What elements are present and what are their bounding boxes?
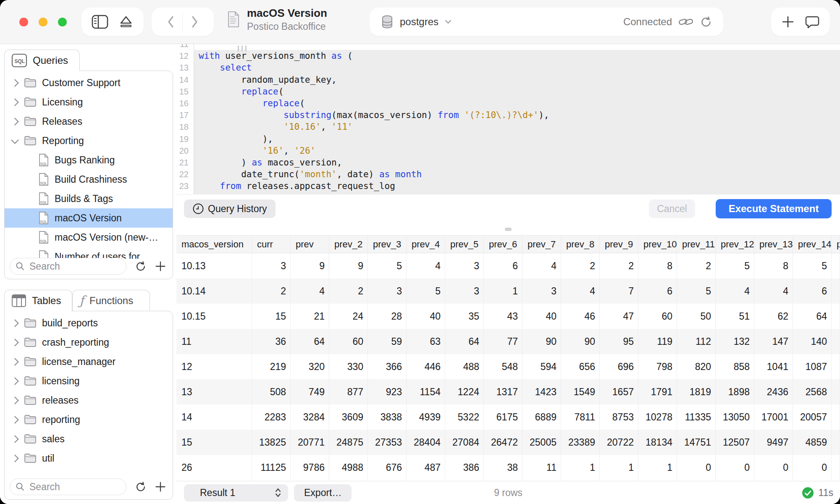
cell-prev-8[interactable]: 7811 — [561, 404, 600, 430]
cell-prev-5[interactable]: 5322 — [445, 404, 484, 430]
query-item-bugs-ranking[interactable]: SQLBugs Ranking — [5, 150, 173, 170]
cell-prev-14[interactable]: 140 — [793, 329, 832, 354]
cell-prev-4[interactable]: 446 — [407, 354, 445, 379]
cell-prev-5[interactable]: 1224 — [445, 379, 484, 404]
cell-prev-13[interactable]: 147 — [754, 329, 793, 354]
cell-clipped[interactable] — [832, 304, 840, 329]
table-row-13[interactable]: 1350874987792311541224131714231549165717… — [176, 379, 840, 404]
cell-prev[interactable]: 9 — [291, 253, 329, 278]
cell-prev-11[interactable]: 50 — [677, 304, 716, 329]
cell-prev-9[interactable]: 1657 — [600, 379, 638, 404]
cell-prev-4[interactable]: 1154 — [407, 379, 445, 404]
cell-macos-version[interactable]: 10.14 — [176, 278, 252, 304]
cell-prev-11[interactable]: 5 — [677, 278, 716, 304]
execute-statement-button[interactable]: Execute Statement — [716, 199, 832, 218]
cell-prev-10[interactable]: 1791 — [638, 379, 677, 404]
column-header-prev-5[interactable]: prev_5 — [445, 236, 484, 253]
editor-line-12[interactable]: 12with user_versions_month as ( — [176, 50, 840, 62]
cell-prev-3[interactable]: 923 — [368, 379, 407, 404]
editor-line-20[interactable]: 20 '16', '26' — [176, 145, 840, 157]
new-item-icon[interactable] — [782, 16, 794, 28]
pane-grip[interactable] — [238, 45, 247, 52]
chevron-right-icon[interactable] — [11, 396, 18, 404]
cell-prev-12[interactable]: 12507 — [716, 430, 754, 455]
cell-curr[interactable]: 11125 — [252, 455, 291, 480]
cell-prev-8[interactable]: 46 — [561, 304, 600, 329]
cell-prev-5[interactable]: 488 — [445, 354, 484, 379]
column-header-macos-version[interactable]: macos_version — [176, 236, 252, 253]
query-item-build-crashiness[interactable]: SQLBuild Crashiness — [5, 170, 173, 189]
cell-curr[interactable]: 508 — [252, 379, 291, 404]
cell-prev-5[interactable]: 3 — [445, 278, 484, 304]
cell-prev-14[interactable]: 5 — [793, 253, 832, 278]
feedback-bubble-icon[interactable] — [805, 15, 819, 29]
cell-prev[interactable]: 9786 — [291, 455, 329, 480]
sql-editor[interactable]: 1112with user_versions_month as (13 sele… — [176, 44, 840, 194]
cell-clipped[interactable] — [832, 253, 840, 278]
cell-prev-8[interactable]: 90 — [561, 329, 600, 354]
cell-prev-2[interactable]: 24 — [329, 304, 368, 329]
cell-macos-version[interactable]: 12 — [176, 354, 252, 379]
cell-prev-14[interactable]: 20057 — [793, 404, 832, 430]
cell-prev-8[interactable]: 23389 — [561, 430, 600, 455]
tab-queries[interactable]: SQL Queries — [4, 50, 80, 71]
cell-macos-version[interactable]: 11 — [176, 329, 252, 354]
toggle-sidebar-icon[interactable] — [91, 14, 109, 29]
cell-clipped[interactable] — [832, 278, 840, 304]
cell-prev-6[interactable]: 6175 — [484, 404, 522, 430]
cell-prev-13[interactable]: 9497 — [754, 430, 793, 455]
schema-item-releases[interactable]: releases — [5, 391, 173, 410]
cell-prev-10[interactable]: 8 — [638, 253, 677, 278]
cell-prev-7[interactable]: 3 — [522, 278, 561, 304]
chevron-right-icon[interactable] — [11, 358, 18, 365]
cell-prev-11[interactable]: 1819 — [677, 379, 716, 404]
cell-prev-2[interactable]: 3609 — [329, 404, 368, 430]
chevron-right-icon[interactable] — [11, 416, 18, 423]
minimize-window-button[interactable] — [39, 18, 47, 26]
cell-prev-6[interactable]: 1317 — [484, 379, 522, 404]
table-row-11[interactable]: 1136646059636477909095119112132147140 — [176, 329, 840, 354]
chevron-down-icon[interactable] — [11, 136, 18, 144]
table-row-10-15[interactable]: 10.15152124284035434046476050516264 — [176, 304, 840, 329]
export-button[interactable]: Export… — [294, 484, 352, 501]
cell-macos-version[interactable]: 14 — [176, 404, 252, 430]
cell-prev-3[interactable]: 3 — [368, 278, 407, 304]
editor-line-21[interactable]: 21 ) as macos_version, — [176, 157, 840, 168]
query-item-macos-version-new[interactable]: SQLmacOS Version (new-… — [5, 228, 173, 247]
cell-clipped[interactable] — [832, 455, 840, 480]
refresh-icon[interactable] — [135, 481, 147, 493]
schema-item-build-reports[interactable]: build_reports — [5, 313, 173, 333]
cell-prev-9[interactable]: 47 — [600, 304, 638, 329]
editor-line-23[interactable]: 23 from releases.appcast_request_log — [176, 180, 840, 192]
cell-prev-12[interactable]: 132 — [716, 329, 754, 354]
zoom-window-button[interactable] — [58, 18, 67, 26]
cell-prev-14[interactable]: 64 — [793, 304, 832, 329]
cell-prev-12[interactable]: 4 — [716, 278, 754, 304]
cell-prev-7[interactable]: 25005 — [522, 430, 561, 455]
column-header-prev-11[interactable]: prev_11 — [677, 236, 716, 253]
cell-prev-13[interactable]: 2436 — [754, 379, 793, 404]
tab-functions[interactable]: ƒ Functions — [72, 290, 150, 311]
column-header-prev-4[interactable]: prev_4 — [407, 236, 445, 253]
schema-item-reporting[interactable]: reporting — [5, 410, 173, 429]
cell-prev[interactable]: 3284 — [291, 404, 329, 430]
cell-macos-version[interactable]: 10.15 — [176, 304, 252, 329]
cell-prev-3[interactable]: 27353 — [368, 430, 407, 455]
column-header-prev-7[interactable]: prev_7 — [522, 236, 561, 253]
cell-prev-10[interactable]: 1 — [638, 455, 677, 480]
queries-searchbox[interactable] — [10, 258, 126, 275]
column-header-prev-14[interactable]: prev_14 — [793, 236, 832, 253]
editor-line-19[interactable]: 19 ), — [176, 133, 840, 145]
column-header-prev-9[interactable]: prev_9 — [600, 236, 638, 253]
schema-item-licensing[interactable]: licensing — [5, 371, 173, 391]
chevron-right-icon[interactable] — [11, 319, 18, 327]
cell-curr[interactable]: 2283 — [252, 404, 291, 430]
cell-prev-9[interactable]: 7 — [600, 278, 638, 304]
cell-curr[interactable]: 219 — [252, 354, 291, 379]
cell-curr[interactable]: 36 — [252, 329, 291, 354]
cell-prev-2[interactable]: 4988 — [329, 455, 368, 480]
cell-prev-11[interactable]: 0 — [677, 455, 716, 480]
result-selector[interactable]: Result 1 — [184, 484, 288, 501]
cell-prev-12[interactable]: 0 — [716, 455, 754, 480]
cell-prev-6[interactable]: 77 — [484, 329, 522, 354]
